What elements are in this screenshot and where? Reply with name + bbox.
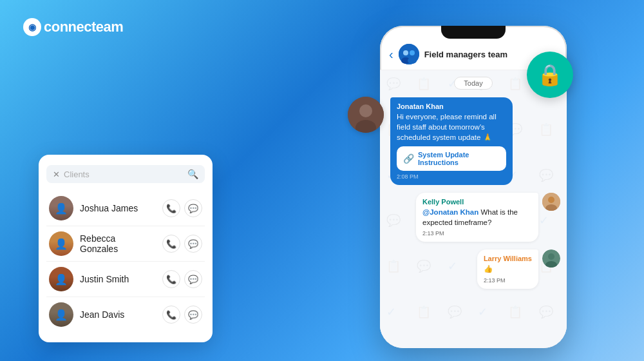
link-label: System Update Instructions (418, 151, 500, 166)
message-time: 2:08 PM (397, 173, 506, 180)
message-row: Jonatan Khan Hi everyone, please remind … (386, 97, 560, 185)
avatar (542, 193, 560, 211)
search-label: Clients (64, 170, 184, 179)
svg-point-4 (403, 50, 408, 55)
contact-name: Justin Smith (80, 274, 156, 284)
contact-name: Jean Davis (80, 309, 156, 320)
message-time: 2:13 PM (484, 277, 532, 284)
jonatan-avatar (348, 97, 384, 133)
contact-actions: 📞 💬 (162, 199, 202, 217)
message-row: Larry Williams 👍 2:13 PM (386, 249, 560, 288)
chat-button[interactable]: 💬 (184, 199, 202, 217)
channel-name: Field managers team (424, 50, 507, 59)
search-bar[interactable]: ✕ Clients 🔍 (46, 165, 205, 183)
svg-point-9 (548, 197, 554, 203)
contact-name: Rebecca Gonzales (80, 233, 156, 254)
svg-point-1 (359, 104, 372, 117)
message-bubble: Kelly Powell @Jonatan Khan What is the e… (416, 193, 538, 242)
today-pill: Today (454, 77, 492, 90)
link-icon: 🔗 (403, 153, 414, 164)
logo-text: connecteam (44, 19, 123, 35)
sender-name: Larry Williams (484, 255, 532, 262)
svg-point-12 (548, 253, 554, 260)
message-text: Hi everyone, please remind all field sta… (397, 112, 506, 142)
avatar: 👤 (49, 302, 73, 327)
link-button[interactable]: 🔗 System Update Instructions (397, 146, 506, 171)
phone-button[interactable]: 📞 (162, 199, 180, 217)
sender-name: Jonatan Khan (397, 102, 506, 110)
avatar: 👤 (49, 231, 73, 256)
search-icon: 🔍 (187, 169, 198, 179)
phone-container: 🔒 ‹ Field managers team (361, 26, 580, 348)
chat-button[interactable]: 💬 (184, 235, 202, 253)
phone-notch (441, 26, 506, 39)
message-text: @Jonatan Khan What is the expected timef… (422, 207, 532, 228)
logo: ◉ connecteam (23, 18, 123, 36)
avatar: 👤 (49, 267, 73, 291)
message-row: Kelly Powell @Jonatan Khan What is the e… (386, 193, 560, 242)
message-time: 2:13 PM (422, 230, 532, 237)
contact-actions: 📞 💬 (162, 235, 202, 253)
contact-name: Joshua James (80, 203, 156, 213)
contact-actions: 📞 💬 (162, 270, 202, 288)
list-item: 👤 Rebecca Gonzales 📞 💬 (46, 226, 205, 262)
phone-button[interactable]: 📞 (162, 235, 180, 253)
avatar: 👤 (49, 196, 73, 220)
svg-point-5 (410, 50, 415, 55)
contact-list-card: ✕ Clients 🔍 👤 Joshua James 📞 💬 👤 Rebecca… (39, 155, 213, 342)
message-text: 👍 (484, 264, 532, 274)
phone-button[interactable]: 📞 (162, 270, 180, 288)
lock-badge: 🔒 (527, 52, 573, 98)
chat-body: 💬📋✓💬📋✓ 📋💬📋✓💬📋 ✓📋💬📋✓💬 💬✓📋💬📋✓ 📋💬✓📋💬📋 ✓📋💬✓📋… (380, 70, 567, 348)
sender-name: Kelly Powell (422, 198, 532, 206)
avatar (542, 249, 560, 268)
list-item: 👤 Justin Smith 📞 💬 (46, 262, 205, 297)
close-icon[interactable]: ✕ (53, 170, 60, 179)
back-button[interactable]: ‹ (389, 47, 393, 62)
message-bubble: Larry Williams 👍 2:13 PM (477, 249, 538, 288)
list-item: 👤 Jean Davis 📞 💬 (46, 297, 205, 332)
channel-avatar (399, 44, 419, 64)
svg-point-7 (408, 57, 417, 64)
lock-icon: 🔒 (537, 63, 563, 87)
phone-button[interactable]: 📞 (162, 306, 180, 324)
chat-button[interactable]: 💬 (184, 270, 202, 288)
list-item: 👤 Joshua James 📞 💬 (46, 191, 205, 226)
logo-icon: ◉ (23, 18, 41, 36)
chat-button[interactable]: 💬 (184, 306, 202, 324)
message-bubble: Jonatan Khan Hi everyone, please remind … (390, 97, 513, 185)
contact-actions: 📞 💬 (162, 306, 202, 324)
